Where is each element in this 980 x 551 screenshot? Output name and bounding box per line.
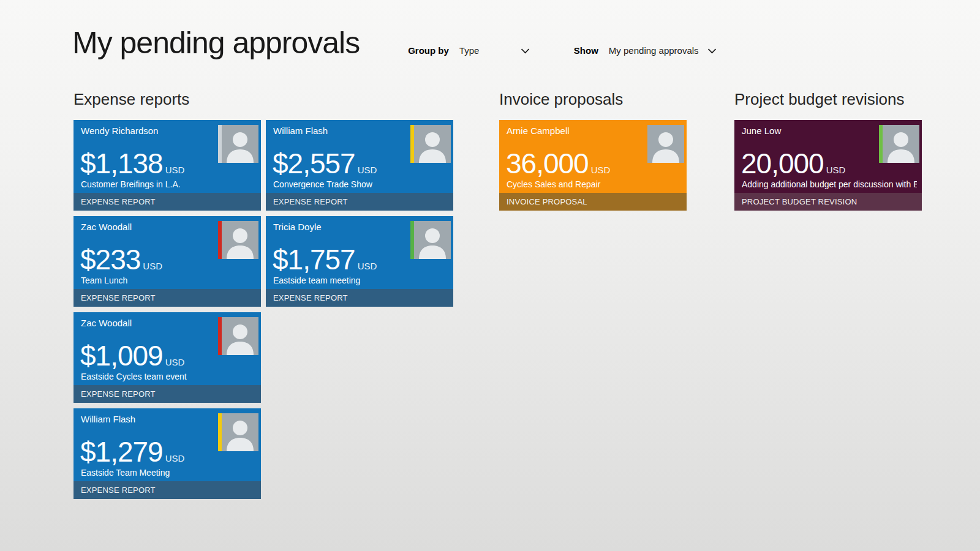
record-type-label: EXPENSE REPORT bbox=[266, 289, 453, 307]
avatar bbox=[218, 221, 258, 259]
approval-card[interactable]: Zac Woodall $1,009USD Eastside Cycles te… bbox=[74, 312, 261, 403]
card-column: Arnie Campbell 36,000USD Cycles Sales an… bbox=[499, 120, 687, 211]
currency-code: USD bbox=[591, 165, 611, 175]
card-body: Wendy Richardson $1,138USD Customer Brei… bbox=[74, 120, 261, 193]
description: Cycles Sales and Repair bbox=[507, 179, 682, 189]
approval-group: Expense reports Wendy Richardson $1,138U… bbox=[74, 91, 453, 499]
approval-card[interactable]: Arnie Campbell 36,000USD Cycles Sales an… bbox=[499, 120, 687, 211]
amount: $233USD bbox=[80, 247, 162, 272]
group-by-label: Group by bbox=[408, 45, 449, 56]
description: Eastside Team Meeting bbox=[81, 468, 256, 478]
currency-code: USD bbox=[358, 261, 377, 271]
avatar-photo bbox=[222, 221, 258, 259]
group-title: Project budget revisions bbox=[734, 91, 922, 108]
page-title: My pending approvals bbox=[72, 26, 360, 61]
group-by-value: Type bbox=[459, 45, 521, 56]
avatar-photo bbox=[647, 125, 684, 163]
avatar bbox=[218, 413, 258, 451]
avatar-photo bbox=[883, 125, 919, 163]
currency-code: USD bbox=[165, 165, 185, 175]
group-columns: June Low 20,000USD Adding additional bud… bbox=[734, 120, 922, 211]
amount-value: $233 bbox=[80, 247, 140, 272]
avatar bbox=[218, 125, 258, 163]
page: My pending approvals Group by Type Show … bbox=[0, 0, 980, 551]
card-body: William Flash $1,279USD Eastside Team Me… bbox=[74, 408, 261, 481]
amount-value: 36,000 bbox=[506, 151, 589, 176]
avatar bbox=[218, 317, 258, 355]
card-column: June Low 20,000USD Adding additional bud… bbox=[734, 120, 922, 211]
description: Adding additional budget per discussion … bbox=[742, 179, 917, 189]
approval-card[interactable]: June Low 20,000USD Adding additional bud… bbox=[734, 120, 922, 211]
card-body: June Low 20,000USD Adding additional bud… bbox=[734, 120, 922, 193]
group-columns: Arnie Campbell 36,000USD Cycles Sales an… bbox=[499, 120, 687, 211]
currency-code: USD bbox=[358, 165, 377, 175]
amount: 36,000USD bbox=[506, 151, 610, 176]
approval-card[interactable]: William Flash $1,279USD Eastside Team Me… bbox=[74, 408, 261, 499]
amount: $2,557USD bbox=[273, 151, 377, 176]
person-icon bbox=[883, 125, 919, 163]
amount-value: $2,557 bbox=[273, 151, 355, 176]
currency-code: USD bbox=[165, 357, 185, 367]
person-icon bbox=[647, 125, 684, 163]
person-icon bbox=[222, 221, 258, 259]
avatar-photo bbox=[222, 125, 258, 163]
amount-value: 20,000 bbox=[741, 151, 824, 176]
card-body: Arnie Campbell 36,000USD Cycles Sales an… bbox=[499, 120, 687, 193]
approval-card[interactable]: William Flash $2,557USD Convergence Trad… bbox=[266, 120, 453, 211]
person-icon bbox=[222, 125, 258, 163]
amount: $1,279USD bbox=[80, 440, 184, 465]
avatar-photo bbox=[222, 413, 258, 451]
show-control: Show My pending approvals bbox=[574, 45, 717, 56]
avatar-photo bbox=[222, 317, 258, 355]
approval-group: Project budget revisions June Low 20,000… bbox=[734, 91, 922, 211]
description: Convergence Trade Show bbox=[273, 179, 448, 189]
amount: $1,009USD bbox=[80, 343, 184, 369]
avatar bbox=[410, 125, 451, 163]
show-value: My pending approvals bbox=[609, 45, 699, 56]
group-by-dropdown[interactable]: Type bbox=[459, 45, 530, 56]
toolbar: Group by Type Show My pending approvals bbox=[408, 45, 716, 56]
group-title: Invoice proposals bbox=[499, 91, 687, 108]
approval-card[interactable]: Wendy Richardson $1,138USD Customer Brei… bbox=[74, 120, 261, 211]
avatar-photo bbox=[414, 125, 451, 163]
card-column: William Flash $2,557USD Convergence Trad… bbox=[266, 120, 453, 499]
person-icon bbox=[414, 125, 451, 163]
amount: 20,000USD bbox=[741, 151, 845, 176]
chevron-down-icon bbox=[521, 48, 530, 54]
description: Customer Breifings in L.A. bbox=[81, 179, 256, 189]
record-type-label: EXPENSE REPORT bbox=[74, 385, 261, 403]
card-body: William Flash $2,557USD Convergence Trad… bbox=[266, 120, 453, 193]
avatar bbox=[879, 125, 919, 163]
description: Eastside team meeting bbox=[273, 276, 448, 285]
record-type-label: EXPENSE REPORT bbox=[266, 193, 453, 211]
card-body: Zac Woodall $233USD Team Lunch bbox=[74, 216, 261, 289]
currency-code: USD bbox=[826, 165, 846, 175]
description: Team Lunch bbox=[81, 276, 256, 285]
avatar bbox=[647, 125, 684, 163]
record-type-label: INVOICE PROPOSAL bbox=[499, 193, 687, 211]
approval-card[interactable]: Tricia Doyle $1,757USD Eastside team mee… bbox=[266, 216, 453, 307]
group-title: Expense reports bbox=[74, 91, 453, 108]
amount-value: $1,138 bbox=[80, 151, 163, 176]
currency-code: USD bbox=[165, 453, 185, 463]
show-dropdown[interactable]: My pending approvals bbox=[609, 45, 717, 56]
approval-group: Invoice proposals Arnie Campbell 36,000U… bbox=[499, 91, 687, 211]
person-icon bbox=[222, 413, 258, 451]
record-type-label: PROJECT BUDGET REVISION bbox=[734, 193, 922, 211]
chevron-down-icon bbox=[707, 48, 717, 54]
card-body: Tricia Doyle $1,757USD Eastside team mee… bbox=[266, 216, 453, 289]
amount: $1,757USD bbox=[273, 247, 377, 272]
card-column: Wendy Richardson $1,138USD Customer Brei… bbox=[74, 120, 261, 499]
currency-code: USD bbox=[143, 261, 162, 271]
approval-card[interactable]: Zac Woodall $233USD Team Lunch EXPENSE R… bbox=[74, 216, 261, 307]
record-type-label: EXPENSE REPORT bbox=[74, 481, 261, 499]
person-icon bbox=[414, 221, 451, 259]
record-type-label: EXPENSE REPORT bbox=[74, 193, 261, 211]
avatar-photo bbox=[414, 221, 451, 259]
show-label: Show bbox=[574, 45, 598, 56]
description: Eastside Cycles team event bbox=[81, 372, 256, 381]
avatar bbox=[410, 221, 451, 259]
amount-value: $1,279 bbox=[80, 440, 163, 465]
amount-value: $1,009 bbox=[80, 343, 163, 369]
person-icon bbox=[222, 317, 258, 355]
